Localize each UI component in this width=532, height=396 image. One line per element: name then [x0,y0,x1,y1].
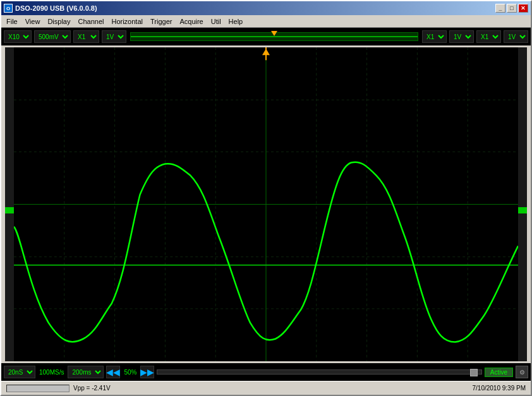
ch1-probe-select[interactable]: X10 X1 [4,30,32,43]
menu-view[interactable]: View [21,16,44,27]
statusbar: Vpp = -2.41V 7/10/2010 9:39 PM [1,381,531,395]
bottom-toolbar: 20nS 10nS 50nS 100MS/s 200ms 100ms ◀◀ 50… [1,363,531,381]
menu-acquire[interactable]: Acquire [176,16,207,27]
datetime-display: 7/10/2010 9:39 PM [472,385,526,392]
menu-trigger[interactable]: Trigger [147,16,176,27]
main-window: O DSO-2090 USB (V6.0.0.8) _ □ ✕ File Vie… [0,0,532,396]
menu-horizontal[interactable]: Horizontal [107,16,147,27]
timeline-slider[interactable] [157,369,481,375]
titlebar: O DSO-2090 USB (V6.0.0.8) _ □ ✕ [1,1,531,15]
app-icon-text: O [6,6,10,11]
trigger-marker [271,31,277,36]
trigger-position-bar[interactable] [130,32,418,41]
app-icon: O [4,4,13,13]
svg-marker-1 [518,207,527,213]
trigger-line [131,36,418,37]
ch1-ground-marker-right [518,207,527,213]
menu-util[interactable]: Util [207,16,225,27]
statusbar-left: Vpp = -2.41V [6,385,111,392]
ch1-scale-select[interactable]: 500mV 100mV 1V [34,30,71,43]
timeline-thumb[interactable] [470,369,478,376]
window-title: DSO-2090 USB (V6.0.0.8) [15,4,97,12]
ch1-bw-select[interactable]: 1V 2V [102,30,126,43]
zoom-percent-label: 50% [123,369,138,376]
memory-select[interactable]: 200ms 100ms [68,366,104,378]
horizontal-scrollbar[interactable] [6,385,70,392]
sample-rate-label: 100MS/s [38,369,65,376]
ch3-coupling-select[interactable]: X1 [476,30,501,43]
minimize-button[interactable]: _ [495,4,505,13]
scope-display [14,47,518,361]
scroll-left-button[interactable]: ◀◀ [106,366,120,378]
maximize-button[interactable]: □ [507,4,517,13]
titlebar-left: O DSO-2090 USB (V6.0.0.8) [4,4,97,13]
menubar: File View Display Channel Horizontal Tri… [1,15,531,28]
active-status-badge: Active [485,368,513,377]
menu-channel[interactable]: Channel [74,16,107,27]
ch2-coupling-select[interactable]: X1 [422,30,447,43]
ch2-bw-select[interactable]: 1V [449,30,474,43]
vpp-measurement: Vpp = -2.41V [73,385,111,392]
menu-file[interactable]: File [3,16,21,27]
scope-settings-icon[interactable]: ⚙ [516,366,528,378]
menu-help[interactable]: Help [225,16,247,27]
top-toolbar: X10 X1 500mV 100mV 1V X1 AC DC 1V 2V X1 … [1,28,531,45]
window-controls: _ □ ✕ [495,4,528,13]
timebase-select[interactable]: 20nS 10nS 50nS [4,366,35,378]
waveform-svg [14,47,518,361]
scroll-right-button[interactable]: ▶▶ [140,366,154,378]
svg-marker-0 [5,207,14,213]
close-button[interactable]: ✕ [518,4,528,13]
ch1-ground-marker-left [5,207,14,213]
menu-display[interactable]: Display [44,16,74,27]
ch3-bw-select[interactable]: 1V [504,30,528,43]
ch1-coupling-select[interactable]: X1 AC DC [73,30,99,43]
